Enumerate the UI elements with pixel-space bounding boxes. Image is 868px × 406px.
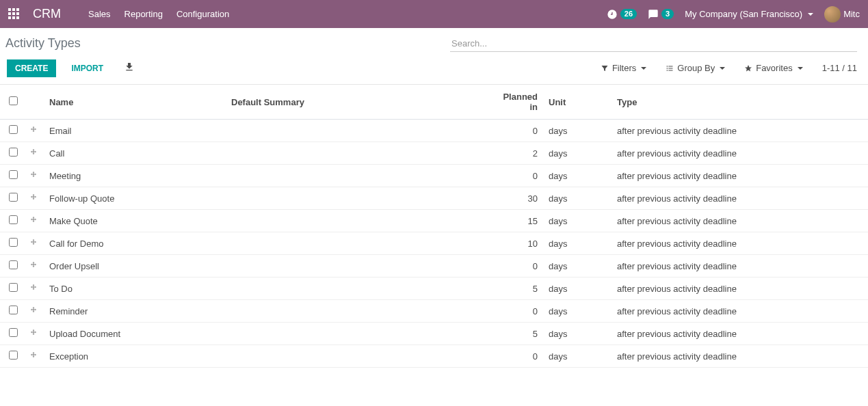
cell-name: Order Upsell — [44, 255, 226, 278]
cell-summary — [226, 300, 492, 323]
drag-handle-icon[interactable] — [23, 210, 44, 232]
funnel-icon — [601, 64, 609, 72]
nav-sales[interactable]: Sales — [88, 9, 111, 19]
filters-label: Filters — [612, 63, 636, 73]
row-checkbox[interactable] — [9, 148, 18, 157]
top-navbar: CRM Sales Reporting Configuration 26 3 M… — [0, 0, 868, 28]
table-row[interactable]: Meeting0daysafter previous activity dead… — [0, 165, 868, 187]
table-row[interactable]: Order Upsell0daysafter previous activity… — [0, 255, 868, 278]
chevron-down-icon — [808, 13, 813, 16]
breadcrumb: Activity Types — [5, 33, 81, 53]
app-brand[interactable]: CRM — [33, 7, 61, 21]
cell-planned: 5 — [492, 278, 543, 300]
table-row[interactable]: Reminder0daysafter previous activity dea… — [0, 300, 868, 323]
import-button[interactable]: IMPORT — [64, 59, 110, 77]
table-row[interactable]: To Do5daysafter previous activity deadli… — [0, 278, 868, 300]
drag-handle-icon[interactable] — [23, 142, 44, 165]
cell-summary — [226, 323, 492, 345]
cell-planned: 15 — [492, 210, 543, 232]
row-checkbox[interactable] — [9, 283, 18, 292]
table-row[interactable]: Call2daysafter previous activity deadlin… — [0, 142, 868, 165]
cell-name: Email — [44, 120, 226, 142]
clock-icon — [607, 9, 618, 20]
cell-name: Upload Document — [44, 323, 226, 345]
cell-name: Reminder — [44, 300, 226, 323]
row-checkbox[interactable] — [9, 260, 18, 269]
cell-planned: 0 — [492, 345, 543, 368]
cell-type: after previous activity deadline — [611, 300, 868, 323]
drag-handle-icon[interactable] — [23, 232, 44, 255]
drag-handle-icon[interactable] — [23, 345, 44, 368]
cell-summary — [226, 165, 492, 187]
nav-menu: Sales Reporting Configuration — [88, 9, 229, 19]
cell-unit: days — [543, 278, 611, 300]
col-header-planned[interactable]: Planned in — [492, 85, 543, 120]
cell-name: Call — [44, 142, 226, 165]
pager[interactable]: 1-11 / 11 — [822, 63, 857, 73]
drag-handle-icon[interactable] — [23, 120, 44, 142]
cell-type: after previous activity deadline — [611, 255, 868, 278]
cell-planned: 0 — [492, 255, 543, 278]
row-checkbox[interactable] — [9, 215, 18, 224]
groupby-dropdown[interactable]: Group By — [666, 63, 725, 73]
table-row[interactable]: Email0daysafter previous activity deadli… — [0, 120, 868, 142]
filters-dropdown[interactable]: Filters — [601, 63, 646, 73]
cell-name: Follow-up Quote — [44, 187, 226, 210]
cell-unit: days — [543, 300, 611, 323]
export-button[interactable] — [118, 59, 140, 77]
cell-summary — [226, 278, 492, 300]
search-input[interactable] — [450, 36, 857, 51]
activity-badge: 26 — [620, 9, 637, 19]
nav-configuration[interactable]: Configuration — [176, 9, 229, 19]
select-all-checkbox[interactable] — [9, 96, 18, 105]
col-header-summary[interactable]: Default Summary — [226, 85, 492, 120]
cell-unit: days — [543, 345, 611, 368]
nav-reporting[interactable]: Reporting — [124, 9, 163, 19]
cell-name: Meeting — [44, 165, 226, 187]
activity-indicator[interactable]: 26 — [607, 9, 637, 20]
row-checkbox[interactable] — [9, 351, 18, 360]
drag-handle-icon[interactable] — [23, 278, 44, 300]
cell-unit: days — [543, 142, 611, 165]
cell-planned: 5 — [492, 323, 543, 345]
row-checkbox[interactable] — [9, 328, 18, 337]
chevron-down-icon — [798, 67, 803, 70]
cell-name: Call for Demo — [44, 232, 226, 255]
company-name: My Company (San Francisco) — [685, 9, 802, 19]
cell-type: after previous activity deadline — [611, 210, 868, 232]
col-header-unit[interactable]: Unit — [543, 85, 611, 120]
messaging-badge: 3 — [661, 9, 674, 19]
drag-handle-icon[interactable] — [23, 255, 44, 278]
table-row[interactable]: Call for Demo10daysafter previous activi… — [0, 232, 868, 255]
favorites-label: Favorites — [756, 63, 792, 73]
cell-type: after previous activity deadline — [611, 323, 868, 345]
drag-handle-icon[interactable] — [23, 323, 44, 345]
company-selector[interactable]: My Company (San Francisco) — [685, 9, 813, 19]
avatar — [824, 6, 841, 23]
cell-planned: 10 — [492, 232, 543, 255]
row-checkbox[interactable] — [9, 125, 18, 134]
table-row[interactable]: Exception0daysafter previous activity de… — [0, 345, 868, 368]
drag-handle-icon[interactable] — [23, 187, 44, 210]
cell-unit: days — [543, 165, 611, 187]
cell-type: after previous activity deadline — [611, 232, 868, 255]
cell-type: after previous activity deadline — [611, 142, 868, 165]
row-checkbox[interactable] — [9, 193, 18, 202]
create-button[interactable]: CREATE — [7, 59, 56, 77]
user-menu[interactable]: Mitc — [824, 6, 860, 23]
cell-name: Make Quote — [44, 210, 226, 232]
row-checkbox[interactable] — [9, 238, 18, 247]
col-header-name[interactable]: Name — [44, 85, 226, 120]
drag-handle-icon[interactable] — [23, 300, 44, 323]
table-row[interactable]: Upload Document5daysafter previous activ… — [0, 323, 868, 345]
drag-handle-icon[interactable] — [23, 165, 44, 187]
apps-icon[interactable] — [8, 8, 21, 21]
row-checkbox[interactable] — [9, 170, 18, 179]
col-header-type[interactable]: Type — [611, 85, 868, 120]
messaging-indicator[interactable]: 3 — [648, 9, 674, 20]
table-row[interactable]: Make Quote15daysafter previous activity … — [0, 210, 868, 232]
row-checkbox[interactable] — [9, 306, 18, 314]
cell-summary — [226, 120, 492, 142]
favorites-dropdown[interactable]: Favorites — [744, 63, 802, 73]
table-row[interactable]: Follow-up Quote30daysafter previous acti… — [0, 187, 868, 210]
